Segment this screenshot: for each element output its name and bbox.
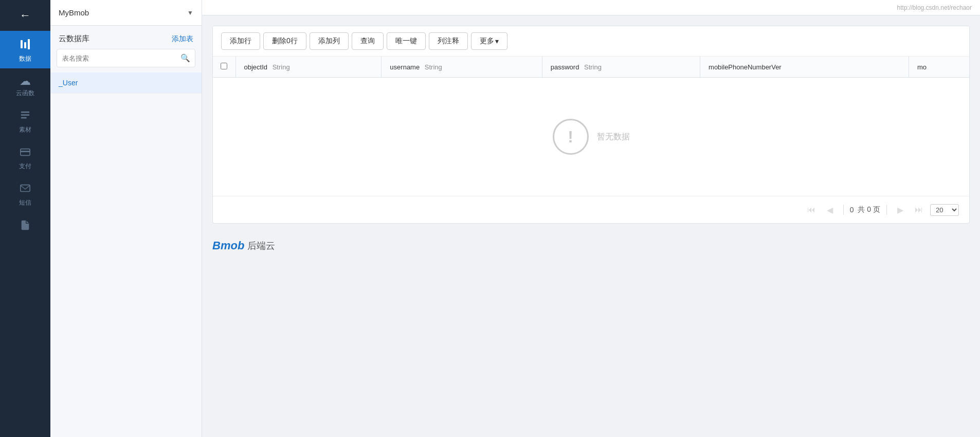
table-list: _User xyxy=(50,72,202,437)
url-bar: http://blog.csdn.net/rechaor xyxy=(202,0,980,15)
sidebar-item-data[interactable]: 数据 xyxy=(0,31,50,68)
brand-bmob: Bmob xyxy=(212,239,244,252)
brand-suffix: 后端云 xyxy=(247,240,275,252)
page-first-button[interactable]: ⏮ xyxy=(804,203,819,217)
col-username: username String xyxy=(382,57,542,78)
empty-message: 暂无数据 xyxy=(597,132,630,142)
page-last-button[interactable]: ⏭ xyxy=(912,203,926,217)
table-item-user[interactable]: _User xyxy=(50,72,202,94)
toolbar: 添加行 删除0行 添加列 查询 唯一键 列注释 更多 ▾ xyxy=(213,26,969,57)
sms-icon xyxy=(20,183,31,196)
sidebar-item-media[interactable]: 素材 xyxy=(0,103,50,139)
url-text: http://blog.csdn.net/rechaor xyxy=(897,4,972,11)
main-content: http://blog.csdn.net/rechaor 添加行 删除0行 添加… xyxy=(202,0,980,437)
col-mobile-phone: mobilePhoneNumberVer xyxy=(700,57,909,78)
svg-rect-4 xyxy=(21,114,30,116)
table-header-row: objectId String username String password… xyxy=(213,57,969,78)
svg-rect-1 xyxy=(24,42,26,48)
delete-row-button[interactable]: 删除0行 xyxy=(263,32,306,50)
table-item-label: _User xyxy=(59,79,78,87)
data-table-wrapper: objectId String username String password… xyxy=(213,57,969,196)
secondary-sidebar: MyBmob ▼ 云数据库 添加表 🔍 _User xyxy=(50,0,202,437)
sidebar-item-cloud[interactable]: ☁ 云函数 xyxy=(0,68,50,103)
page-size-select[interactable]: 20 50 100 xyxy=(930,204,959,216)
page-divider xyxy=(843,205,844,215)
sidebar-item-label-sms: 短信 xyxy=(19,198,31,207)
svg-rect-7 xyxy=(21,151,30,152)
sidebar-item-sms[interactable]: 短信 xyxy=(0,176,50,212)
sidebar-item-extra[interactable] xyxy=(0,212,50,238)
app-name: MyBmob xyxy=(59,8,89,17)
empty-state: ! 暂无数据 xyxy=(213,78,969,196)
back-icon: ← xyxy=(20,9,31,22)
col-password: password String xyxy=(542,57,700,78)
footer-brand: Bmob 后端云 xyxy=(212,234,970,258)
table-search-input[interactable] xyxy=(57,49,195,67)
data-table: objectId String username String password… xyxy=(213,57,969,196)
svg-rect-2 xyxy=(28,39,30,49)
search-icon: 🔍 xyxy=(180,53,190,63)
content-area: 添加行 删除0行 添加列 查询 唯一键 列注释 更多 ▾ xyxy=(202,15,980,437)
select-all-checkbox[interactable] xyxy=(221,63,227,69)
add-col-button[interactable]: 添加列 xyxy=(310,32,349,50)
add-table-button[interactable]: 添加表 xyxy=(172,34,193,44)
checkbox-header xyxy=(213,57,235,78)
more-button[interactable]: 更多 ▾ xyxy=(471,32,507,50)
page-total: 共 0 页 xyxy=(858,205,880,214)
svg-rect-8 xyxy=(21,185,30,192)
page-divider-2 xyxy=(886,205,887,215)
page-prev-button[interactable]: ◀ xyxy=(823,203,837,217)
table-search-box: 🔍 xyxy=(57,49,195,67)
app-selector[interactable]: MyBmob ▼ xyxy=(50,0,202,26)
section-title: 云数据库 xyxy=(59,34,89,44)
svg-rect-5 xyxy=(21,117,27,119)
query-button[interactable]: 查询 xyxy=(352,32,384,50)
col-comment-button[interactable]: 列注释 xyxy=(429,32,468,50)
svg-rect-0 xyxy=(21,40,23,48)
sidebar-item-label-data: 数据 xyxy=(19,54,31,63)
dropdown-arrow-icon: ▼ xyxy=(187,9,193,16)
add-row-button[interactable]: 添加行 xyxy=(221,32,260,50)
payment-icon xyxy=(20,147,31,160)
cloud-icon: ☁ xyxy=(20,76,31,87)
table-panel: 添加行 删除0行 添加列 查询 唯一键 列注释 更多 ▾ xyxy=(212,26,970,224)
sidebar-item-payment[interactable]: 支付 xyxy=(0,139,50,176)
page-next-button[interactable]: ▶ xyxy=(893,203,908,217)
empty-icon: ! xyxy=(553,119,589,155)
back-button[interactable]: ← xyxy=(0,0,50,31)
col-mo: mo xyxy=(909,57,969,78)
pagination: ⏮ ◀ 0 共 0 页 ▶ ⏭ 20 50 100 xyxy=(213,196,969,223)
section-header: 云数据库 添加表 xyxy=(50,26,202,49)
sidebar-item-label-payment: 支付 xyxy=(19,162,31,171)
more-label: 更多 xyxy=(480,37,494,46)
icon-sidebar: ← 数据 ☁ 云函数 素材 xyxy=(0,0,50,437)
sidebar-item-label-cloud: 云函数 xyxy=(16,89,34,98)
unique-key-button[interactable]: 唯一键 xyxy=(387,32,426,50)
media-icon xyxy=(20,110,31,123)
col-objectid: objectId String xyxy=(235,57,382,78)
extra-icon xyxy=(20,220,31,233)
data-icon xyxy=(19,38,31,52)
more-arrow-icon: ▾ xyxy=(495,37,499,45)
svg-rect-3 xyxy=(21,112,30,113)
sidebar-item-label-media: 素材 xyxy=(19,125,31,134)
empty-state-row: ! 暂无数据 xyxy=(213,78,969,196)
page-current: 0 xyxy=(850,206,854,214)
